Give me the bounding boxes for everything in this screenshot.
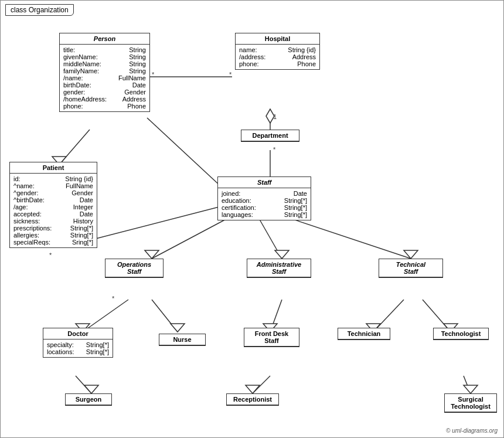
svg-line-14: [83, 300, 128, 332]
technician-class: Technician: [338, 328, 390, 340]
svg-marker-11: [275, 250, 289, 259]
department-class: Department: [241, 130, 299, 142]
mult-hospital-dept-1: 1: [273, 113, 277, 120]
front-desk-staff-class: Front DeskStaff: [244, 328, 299, 347]
patient-header: Patient: [10, 162, 97, 174]
svg-line-26: [253, 376, 270, 393]
receptionist-class: Receptionist: [226, 393, 279, 406]
technician-header: Technician: [338, 328, 390, 339]
patient-class: Patient id:String {id} ^name:FullName ^g…: [9, 162, 97, 248]
nurse-class: Nurse: [159, 334, 206, 346]
person-header: Person: [60, 33, 149, 45]
mult-ops-star: *: [112, 295, 114, 302]
surgical-technologist-header: SurgicalTechnologist: [445, 394, 496, 412]
svg-line-28: [464, 376, 471, 393]
staff-class: Staff joined:Date education:String[*] ce…: [217, 176, 311, 220]
svg-marker-13: [404, 250, 418, 259]
doctor-class: Doctor specialty:String[*] locations:Str…: [43, 328, 113, 358]
mult-dept-star: *: [273, 146, 275, 153]
receptionist-header: Receptionist: [227, 394, 278, 405]
diagram-container: class Organization: [0, 0, 504, 438]
mult-hospital-person-star: *: [229, 71, 231, 78]
surgeon-header: Surgeon: [66, 394, 111, 405]
patient-attrs: id:String {id} ^name:FullName ^gender:Ge…: [10, 174, 97, 247]
nurse-header: Nurse: [159, 334, 205, 345]
svg-line-10: [258, 218, 282, 259]
svg-marker-17: [171, 324, 185, 332]
technical-staff-class: TechnicalStaff: [379, 259, 443, 278]
person-attrs: title:String givenName:String middleName…: [60, 45, 149, 111]
mult-person-hospital-star: *: [152, 71, 154, 78]
technologist-class: Technologist: [433, 328, 489, 340]
surgical-technologist-class: SurgicalTechnologist: [444, 393, 497, 413]
person-class: Person title:String givenName:String mid…: [59, 33, 150, 112]
operations-staff-class: OperationsStaff: [105, 259, 164, 278]
technologist-header: Technologist: [434, 328, 488, 339]
svg-line-8: [152, 218, 229, 259]
operations-staff-header: OperationsStaff: [105, 259, 163, 277]
front-desk-staff-header: Front DeskStaff: [244, 328, 299, 347]
svg-line-4: [59, 130, 90, 165]
svg-line-18: [270, 300, 282, 332]
svg-line-6: [147, 118, 229, 194]
mult-patient-star: *: [49, 252, 52, 259]
surgeon-class: Surgeon: [65, 393, 112, 406]
svg-line-24: [76, 376, 91, 393]
svg-line-20: [373, 300, 404, 332]
svg-marker-25: [84, 385, 98, 393]
department-header: Department: [241, 130, 299, 141]
hospital-class: Hospital name:String {id} /address:Addre…: [235, 33, 320, 70]
staff-attrs: joined:Date education:String[*] certific…: [218, 188, 311, 220]
administrative-staff-header: AdministrativeStaff: [247, 259, 311, 277]
svg-marker-29: [464, 385, 478, 393]
technical-staff-header: TechnicalStaff: [379, 259, 442, 277]
svg-marker-27: [246, 385, 260, 393]
staff-header: Staff: [218, 177, 311, 188]
doctor-attrs: specialty:String[*] locations:String[*]: [43, 339, 113, 357]
hospital-attrs: name:String {id} /address:Address phone:…: [236, 45, 319, 69]
svg-line-22: [423, 300, 451, 332]
svg-line-12: [288, 218, 411, 259]
doctor-header: Doctor: [43, 328, 113, 339]
copyright: © uml-diagrams.org: [446, 427, 498, 434]
administrative-staff-class: AdministrativeStaff: [247, 259, 311, 278]
svg-marker-9: [145, 250, 159, 259]
svg-line-16: [152, 300, 178, 332]
hospital-header: Hospital: [236, 33, 319, 45]
diagram-title: class Organization: [5, 4, 74, 16]
